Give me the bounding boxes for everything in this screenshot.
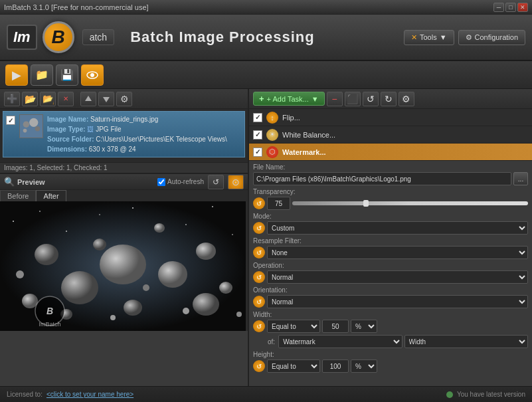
svg-point-16 <box>212 206 213 207</box>
operation-label: Operation: <box>253 262 528 269</box>
height-refresh-icon[interactable]: ↺ <box>253 360 265 372</box>
preview-tabs: Before After <box>0 190 248 201</box>
header: Im B atch Batch Image Processing ✕ Tools… <box>0 15 532 61</box>
image-settings-button[interactable]: ⚙ <box>116 92 132 106</box>
minimize-button[interactable]: ─ <box>493 3 504 12</box>
orientation-select[interactable]: Normal Horizontal Vertical <box>267 295 528 308</box>
mode-select[interactable]: Custom Tile Center Stretch <box>267 221 528 235</box>
width-refresh-icon[interactable]: ↺ <box>253 320 265 332</box>
transparency-slider[interactable] <box>292 201 528 205</box>
svg-point-18 <box>100 245 146 284</box>
licensed-to-label: Licensed to: <box>7 391 43 398</box>
tools-button[interactable]: ✕ Tools ▼ <box>404 30 454 45</box>
auto-refresh-control[interactable]: Auto-refresh <box>157 178 204 186</box>
task-item-wm[interactable]: ⬡ Watermark... <box>249 144 532 161</box>
filename-input[interactable] <box>253 172 511 185</box>
plus-icon: + <box>259 94 264 104</box>
undo-task-button[interactable]: ↺ <box>363 92 379 106</box>
remove-task-button[interactable]: − <box>327 92 343 106</box>
image-item[interactable]: Image Name: Saturn-inside_rings.jpg Imag… <box>3 111 245 157</box>
add-image-button[interactable]: ➕ <box>4 92 20 106</box>
svg-point-32 <box>143 284 149 291</box>
width-row: Width: ↺ Equal to Less than Greater than… <box>253 311 528 348</box>
mode-row: Mode: ↺ Custom Tile Center Stretch <box>253 213 528 235</box>
image-info: Image Name: Saturn-inside_rings.jpg Imag… <box>47 114 242 154</box>
move-down-button[interactable] <box>98 92 114 106</box>
left-panel: ➕ 📂 📂↓ ⚙ <box>0 89 249 386</box>
redo-task-button[interactable]: ↻ <box>381 92 397 106</box>
gear-icon: ⚙ <box>466 33 472 42</box>
run-button[interactable]: ▶ <box>5 64 28 86</box>
add-folder-sub-button[interactable]: 📂↓ <box>40 92 56 106</box>
task-flip-checkbox[interactable] <box>253 113 262 122</box>
auto-refresh-checkbox[interactable] <box>157 178 165 186</box>
svg-point-6 <box>29 118 38 127</box>
height-unit-select[interactable]: % px <box>351 359 377 373</box>
preview-refresh-button[interactable]: ⊙ <box>228 175 244 189</box>
operation-refresh-icon[interactable]: ↺ <box>253 271 265 283</box>
add-task-button[interactable]: + + Add Task... ▼ <box>253 92 325 106</box>
logo-batch-text: atch <box>82 29 114 45</box>
preview-label: Preview <box>17 178 45 186</box>
orientation-row: Orientation: ↺ Normal Horizontal Vertica… <box>253 286 528 308</box>
logo-im: Im <box>7 25 37 50</box>
remove-image-button[interactable] <box>58 92 74 106</box>
preview-reset-button[interactable]: ↺ <box>208 175 224 189</box>
task-item-flip[interactable]: ↕ Flip... <box>249 109 532 126</box>
operation-select[interactable]: Normal Multiply Screen <box>267 270 528 284</box>
image-thumbnail <box>19 114 43 138</box>
orientation-refresh-icon[interactable]: ↺ <box>253 296 265 308</box>
of-label: of: <box>266 338 276 346</box>
of-right-select[interactable]: Width Height <box>404 335 528 348</box>
resample-row: Resample Filter: ↺ None Bilinear Bicubic <box>253 237 528 259</box>
task-settings-button[interactable]: ⚙ <box>399 92 414 106</box>
browse-button[interactable]: ... <box>513 172 528 185</box>
tab-before[interactable]: Before <box>0 190 36 201</box>
logo-area: Im B atch Batch Image Processing <box>7 21 315 53</box>
height-equal-select[interactable]: Equal to Less than Greater than <box>267 359 320 373</box>
open-button[interactable]: 📁 <box>31 64 53 86</box>
mode-label: Mode: <box>253 213 528 220</box>
task-list: ↕ Flip... ☀ White Balance... ⬡ Watermark… <box>249 109 532 161</box>
width-value-input[interactable] <box>322 320 349 333</box>
preview-header: 🔍 Preview Auto-refresh ↺ ⊙ <box>0 174 248 190</box>
svg-point-8 <box>23 129 27 133</box>
svg-point-7 <box>35 126 41 132</box>
task-wb-checkbox[interactable] <box>253 130 262 140</box>
svg-point-15 <box>185 224 187 225</box>
move-up-button[interactable] <box>80 92 96 106</box>
image-list: Image Name: Saturn-inside_rings.jpg Imag… <box>0 109 248 162</box>
close-button[interactable]: ✕ <box>517 3 528 12</box>
width-equal-select[interactable]: Equal to Less than Greater than <box>267 320 320 333</box>
svg-marker-3 <box>103 97 110 102</box>
stop-task-button[interactable]: ⬛ <box>345 92 361 106</box>
set-name-link[interactable]: <click to set your name here> <box>46 391 133 398</box>
maximize-button[interactable]: □ <box>505 3 516 12</box>
add-folder-button[interactable]: 📂 <box>22 92 38 106</box>
task-wm-checkbox[interactable] <box>253 148 262 157</box>
resample-select[interactable]: None Bilinear Bicubic <box>267 246 528 259</box>
tab-after[interactable]: After <box>36 190 66 201</box>
svg-point-5 <box>23 121 29 127</box>
transparency-input[interactable] <box>267 197 290 210</box>
svg-point-14 <box>132 207 133 209</box>
save-button[interactable]: 💾 <box>56 64 78 86</box>
svg-point-27 <box>93 239 106 251</box>
width-unit-select[interactable]: % px <box>351 320 377 333</box>
svg-point-1 <box>90 73 94 77</box>
image-checkbox[interactable] <box>6 116 15 125</box>
svg-point-19 <box>61 271 98 304</box>
of-left-select[interactable]: Watermark Canvas <box>278 335 402 348</box>
svg-point-12 <box>66 231 67 232</box>
task-item-wb[interactable]: ☀ White Balance... <box>249 126 532 144</box>
svg-point-26 <box>219 282 232 294</box>
title-bar-text: ImBatch 3.1.0 [Free for non-commercial u… <box>4 3 149 11</box>
mode-refresh-icon[interactable]: ↺ <box>253 222 265 234</box>
height-value-input[interactable] <box>322 359 349 373</box>
svg-point-24 <box>22 294 38 308</box>
settings-button[interactable] <box>81 64 104 86</box>
task-wm-label: Watermark... <box>282 148 326 156</box>
transparency-refresh-icon[interactable]: ↺ <box>253 197 265 209</box>
configuration-button[interactable]: ⚙ Configuration <box>458 30 525 45</box>
resample-refresh-icon[interactable]: ↺ <box>253 247 265 258</box>
